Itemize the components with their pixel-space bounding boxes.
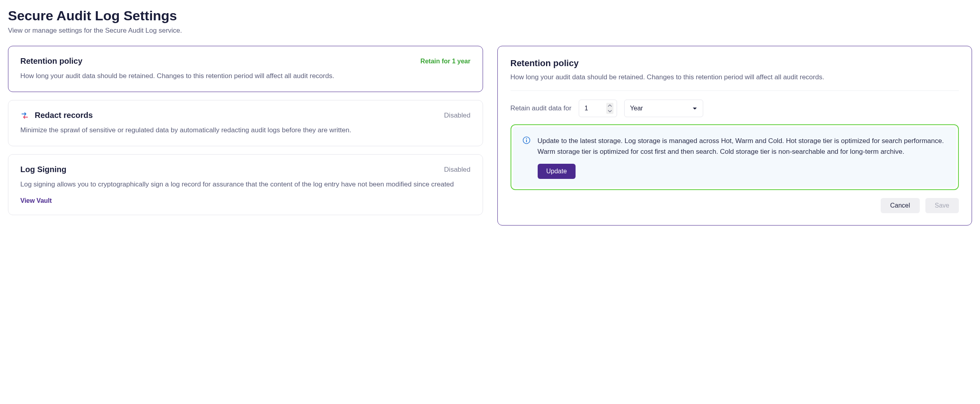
retention-value-text: 1 bbox=[585, 105, 588, 112]
save-button: Save bbox=[925, 198, 959, 213]
retain-label: Retain audit data for bbox=[511, 104, 572, 112]
notice-text: Update to the latest storage. Log storag… bbox=[538, 135, 947, 157]
page-subtitle: View or manage settings for the Secure A… bbox=[8, 27, 972, 35]
card-title: Log Signing bbox=[20, 165, 67, 174]
settings-list: Retention policy Retain for 1 year How l… bbox=[8, 46, 483, 226]
divider bbox=[511, 90, 959, 91]
retention-form-row: Retain audit data for 1 Year bbox=[511, 100, 959, 117]
svg-point-1 bbox=[526, 138, 526, 139]
cancel-button[interactable]: Cancel bbox=[881, 198, 920, 213]
stepper-icon[interactable] bbox=[606, 103, 613, 114]
svg-rect-2 bbox=[526, 140, 527, 142]
card-desc: How long your audit data should be retai… bbox=[20, 71, 471, 81]
view-vault-link[interactable]: View Vault bbox=[20, 197, 52, 204]
storage-update-notice: Update to the latest storage. Log storag… bbox=[511, 124, 959, 190]
card-log-signing[interactable]: Log Signing Disabled Log signing allows … bbox=[8, 154, 483, 215]
status-badge: Disabled bbox=[444, 112, 470, 120]
card-desc: Minimize the sprawl of sensitive or regu… bbox=[20, 125, 471, 135]
footer-actions: Cancel Save bbox=[511, 198, 959, 213]
panel-title: Retention policy bbox=[511, 58, 959, 69]
status-badge: Disabled bbox=[444, 166, 470, 174]
card-desc: Log signing allows you to cryptographica… bbox=[20, 179, 471, 190]
card-title: Retention policy bbox=[20, 57, 83, 66]
card-title: Redact records bbox=[35, 111, 93, 120]
retention-unit-text: Year bbox=[630, 105, 643, 112]
card-retention-policy[interactable]: Retention policy Retain for 1 year How l… bbox=[8, 46, 483, 92]
swap-arrows-icon bbox=[20, 111, 29, 120]
card-redact-records[interactable]: Redact records Disabled Minimize the spr… bbox=[8, 100, 483, 146]
update-button[interactable]: Update bbox=[538, 164, 576, 179]
status-badge: Retain for 1 year bbox=[420, 58, 470, 65]
chevron-down-icon bbox=[692, 105, 697, 112]
retention-value-input[interactable]: 1 bbox=[579, 100, 617, 117]
page-title: Secure Audit Log Settings bbox=[8, 8, 972, 24]
info-icon bbox=[523, 136, 530, 144]
retention-unit-select[interactable]: Year bbox=[624, 100, 703, 117]
detail-panel: Retention policy How long your audit dat… bbox=[497, 46, 972, 226]
panel-desc: How long your audit data should be retai… bbox=[511, 72, 959, 82]
